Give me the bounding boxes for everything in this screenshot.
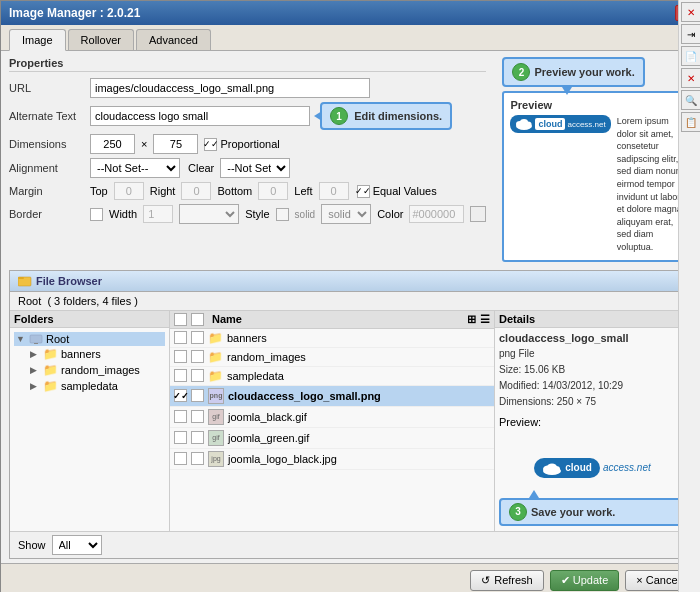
access-net-text: access.net xyxy=(603,462,651,473)
file-name-jl[interactable]: joomla_logo_black.jpg xyxy=(228,453,337,465)
width-label: Width xyxy=(109,208,137,220)
svg-rect-5 xyxy=(18,277,24,279)
fb-btn-new-folder[interactable]: 📄 xyxy=(681,46,700,66)
fb-path: Root ( 3 folders, 4 files ) xyxy=(10,292,690,311)
callout2-wrapper: 2 Preview your work. xyxy=(502,57,697,87)
fb-btn-help[interactable]: 📋 xyxy=(681,112,700,132)
fb-path-info: ( 3 folders, 4 files ) xyxy=(47,295,137,307)
border-size-select[interactable] xyxy=(179,204,239,224)
tab-advanced[interactable]: Advanced xyxy=(136,29,211,50)
fb-btn-upload[interactable]: ✕ xyxy=(681,2,700,22)
detail-preview-section: Preview: xyxy=(499,416,686,526)
border-checkbox[interactable] xyxy=(90,208,103,221)
file-item-banners[interactable]: 📁 banners xyxy=(170,329,494,348)
left-label: Left xyxy=(294,185,312,197)
margin-left-input[interactable] xyxy=(319,182,349,200)
file-item-random-images[interactable]: 📁 random_images xyxy=(170,348,494,367)
file-check-jg[interactable] xyxy=(174,431,187,444)
file-name-jb[interactable]: joomla_black.gif xyxy=(228,411,307,423)
margin-bottom-input[interactable] xyxy=(258,182,288,200)
file-check-jl[interactable] xyxy=(174,452,187,465)
file-check-sample[interactable] xyxy=(174,369,187,382)
file-check-cloud[interactable]: ✓ xyxy=(174,389,187,402)
style-checkbox[interactable] xyxy=(276,208,289,221)
fb-btn-move[interactable]: ⇥ xyxy=(681,24,700,44)
show-select[interactable]: All xyxy=(52,535,102,555)
alt-input[interactable] xyxy=(90,106,310,126)
refresh-button[interactable]: ↺ Refresh xyxy=(470,570,544,591)
color-input[interactable] xyxy=(409,205,464,223)
alt-text-row: Alternate Text 1 Edit dimensions. xyxy=(9,102,486,130)
margin-top-input[interactable] xyxy=(114,182,144,200)
tab-image[interactable]: Image xyxy=(9,29,66,51)
file-view-random[interactable] xyxy=(191,350,204,363)
callout3: 3 Save your work. xyxy=(499,498,686,526)
file-name-random[interactable]: random_images xyxy=(227,351,306,363)
folder-icon xyxy=(18,274,32,288)
clear-select[interactable]: --Not Set-- xyxy=(220,158,290,178)
file-view-jg[interactable] xyxy=(191,431,204,444)
fb-grid-view-icon[interactable]: ☰ xyxy=(480,313,490,326)
tree-banners[interactable]: ▶ 📁 banners xyxy=(28,346,165,362)
fb-view-checkbox[interactable] xyxy=(191,313,204,326)
alignment-select[interactable]: --Not Set-- Left Right Top Bottom xyxy=(90,158,180,178)
right-label: Right xyxy=(150,185,176,197)
style-select[interactable]: solid xyxy=(321,204,371,224)
file-view-jl[interactable] xyxy=(191,452,204,465)
fb-list-view-icon[interactable]: ⊞ xyxy=(467,313,476,326)
callout3-badge: 3 xyxy=(509,503,527,521)
callout1-badge: 1 xyxy=(330,107,348,125)
margin-right-input[interactable] xyxy=(181,182,211,200)
file-item-joomla-green[interactable]: gif joomla_green.gif xyxy=(170,428,494,449)
file-name-sample[interactable]: sampledata xyxy=(227,370,284,382)
dim-height-input[interactable] xyxy=(153,134,198,154)
tree-random-images-label[interactable]: random_images xyxy=(61,364,140,376)
tree-sampledata[interactable]: ▶ 📁 sampledata xyxy=(28,378,165,394)
tree-sampledata-label[interactable]: sampledata xyxy=(61,380,118,392)
equal-values-check[interactable]: ✓ Equal Values xyxy=(357,185,437,198)
detail-info: png File Size: 15.06 KB Modified: 14/03/… xyxy=(499,346,686,410)
file-name-cloud[interactable]: cloudaccess_logo_small.png xyxy=(228,390,381,402)
tree-random-images[interactable]: ▶ 📁 random_images xyxy=(28,362,165,378)
file-item-joomla-black[interactable]: gif joomla_black.gif xyxy=(170,407,494,428)
file-view-banners[interactable] xyxy=(191,331,204,344)
border-width-input[interactable] xyxy=(143,205,173,223)
file-item-sampledata[interactable]: 📁 sampledata xyxy=(170,367,494,386)
folder-icon-sample: 📁 xyxy=(208,369,223,383)
file-name-banners[interactable]: banners xyxy=(227,332,267,344)
file-view-jb[interactable] xyxy=(191,410,204,423)
fb-right-buttons: ✕ ⇥ 📄 ✕ 🔍 📋 xyxy=(678,0,700,592)
file-view-cloud[interactable] xyxy=(191,389,204,402)
proportional-check[interactable]: ✓ Proportional xyxy=(204,138,279,151)
preview-section: 2 Preview your work. Preview xyxy=(502,57,697,262)
update-button[interactable]: ✔ Update xyxy=(550,570,620,591)
proportional-checkbox[interactable]: ✓ xyxy=(204,138,217,151)
cloud-preview-logo: cloud access.net xyxy=(534,458,650,478)
tab-bar: Image Rollover Advanced xyxy=(1,25,699,51)
fb-select-all-checkbox[interactable] xyxy=(174,313,187,326)
tab-rollover[interactable]: Rollover xyxy=(68,29,134,50)
tree-root[interactable]: ▼ Root xyxy=(14,332,165,346)
file-item-cloudaccess-png[interactable]: ✓ png cloudaccess_logo_small.png xyxy=(170,386,494,407)
dim-width-input[interactable] xyxy=(90,134,135,154)
fb-btn-delete[interactable]: ✕ xyxy=(681,68,700,88)
file-name-jg[interactable]: joomla_green.gif xyxy=(228,432,309,444)
callout2-text: Preview your work. xyxy=(534,66,634,78)
color-picker-btn[interactable] xyxy=(470,206,486,222)
fb-btn-search[interactable]: 🔍 xyxy=(681,90,700,110)
detail-filename: cloudaccess_logo_small xyxy=(499,332,686,344)
dims-label: Dimensions xyxy=(9,138,84,150)
alignment-row: Alignment --Not Set-- Left Right Top Bot… xyxy=(9,158,486,178)
file-check-jb[interactable] xyxy=(174,410,187,423)
folder-icon-banners: 📁 xyxy=(208,331,223,345)
equal-values-checkbox[interactable]: ✓ xyxy=(357,185,370,198)
margin-row: Margin Top Right Bottom Left ✓ Equal Val… xyxy=(9,182,486,200)
tree-banners-label[interactable]: banners xyxy=(61,348,101,360)
url-input[interactable] xyxy=(90,78,370,98)
file-check-random[interactable] xyxy=(174,350,187,363)
file-item-joomla-logo[interactable]: jpg joomla_logo_black.jpg xyxy=(170,449,494,470)
fb-files-header: Name ⊞ ☰ xyxy=(170,311,494,329)
file-check-banners[interactable] xyxy=(174,331,187,344)
tree-root-label[interactable]: Root xyxy=(46,333,69,345)
file-view-sample[interactable] xyxy=(191,369,204,382)
